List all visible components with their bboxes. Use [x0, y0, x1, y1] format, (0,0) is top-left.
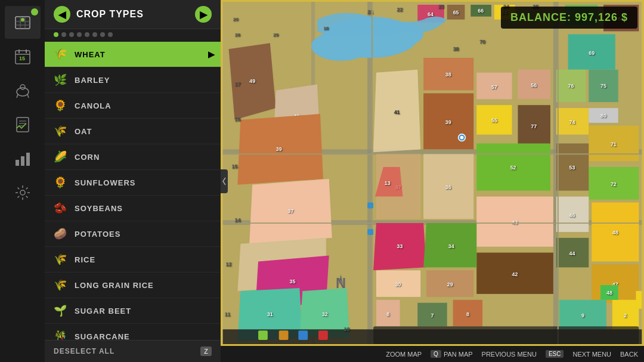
svg-text:17: 17: [234, 81, 240, 87]
svg-point-7: [17, 88, 29, 96]
dot-1: [54, 32, 58, 37]
crop-item-rice[interactable]: 🌾 RICE: [45, 247, 221, 273]
svg-text:8: 8: [466, 311, 469, 317]
back-button[interactable]: BACK: [620, 351, 638, 358]
svg-rect-119: [367, 202, 373, 208]
svg-text:48: 48: [606, 290, 612, 296]
crop-icon-sugar-beet: 🌱: [52, 302, 69, 319]
crop-name-potatoes: POTATOES: [75, 230, 120, 239]
svg-rect-145: [279, 330, 289, 340]
svg-text:71: 71: [611, 141, 617, 147]
sidebar-icon-map[interactable]: [5, 6, 41, 39]
sidebar-icon-contracts[interactable]: [5, 108, 41, 141]
svg-text:22: 22: [397, 7, 403, 13]
zoom-map-button[interactable]: ZOOM MAP: [386, 351, 422, 358]
svg-text:41: 41: [394, 109, 400, 115]
dot-8: [108, 32, 113, 37]
crop-name-long-grain-rice: LONG GRAIN RICE: [75, 281, 154, 290]
map-area[interactable]: 49 48 39 37 36 35 31 32 64 65 66 24: [221, 0, 644, 346]
crop-name-sugar-beet: SUGAR BEET: [75, 307, 131, 315]
crop-name-canola: CANOLA: [75, 101, 112, 110]
svg-text:52: 52: [510, 165, 516, 171]
svg-text:72: 72: [611, 181, 617, 187]
svg-text:49: 49: [249, 78, 255, 84]
svg-text:53: 53: [569, 165, 575, 171]
svg-point-18: [20, 190, 25, 195]
sidebar-icon-livestock[interactable]: [5, 74, 41, 107]
svg-text:38: 38: [453, 46, 459, 52]
crop-icon-sugarcane: 🎋: [52, 328, 69, 340]
svg-text:36: 36: [445, 184, 451, 190]
crop-icon-barley: 🌿: [52, 72, 69, 88]
dot-4: [77, 32, 82, 37]
crop-name-corn: CORN: [75, 153, 100, 162]
sidebar: 15: [0, 0, 45, 362]
crop-item-potatoes[interactable]: 🥔 POTATOES: [45, 221, 221, 247]
sidebar-icon-calendar[interactable]: 15: [5, 40, 41, 73]
svg-text:20: 20: [233, 17, 239, 22]
deselect-key: Z: [200, 346, 212, 356]
svg-text:74: 74: [569, 119, 575, 125]
crop-name-barley: BARLEY: [75, 76, 110, 85]
crop-item-barley[interactable]: 🌿 BARLEY: [45, 67, 221, 93]
crop-item-oat[interactable]: 🌾 OAT: [45, 119, 221, 144]
dot-3: [69, 32, 74, 37]
svg-text:28: 28: [235, 32, 240, 38]
svg-text:77: 77: [531, 123, 537, 129]
next-menu-button[interactable]: NEXT MENU: [572, 351, 611, 358]
balance-label: BALANCE:: [510, 11, 575, 23]
svg-text:39: 39: [276, 146, 282, 152]
svg-line-9: [17, 94, 18, 98]
bottom-toolbar: ZOOM MAP Q PAN MAP PREVIOUS MENU ESC NEX…: [221, 346, 644, 362]
deselect-button[interactable]: DESELECT ALL: [54, 347, 114, 355]
svg-text:13: 13: [385, 180, 391, 186]
svg-rect-15: [16, 160, 19, 166]
esc-key: ESC: [546, 350, 564, 358]
crop-item-wheat[interactable]: 🌾 WHEAT ▶: [45, 42, 221, 67]
svg-text:12: 12: [226, 261, 232, 267]
svg-text:33: 33: [397, 243, 403, 249]
crop-icon-soybeans: 🫘: [52, 200, 69, 216]
crop-name-rice: RICE: [75, 255, 95, 264]
crop-name-soybeans: SOYBEANS: [75, 204, 123, 213]
panel-prev-button[interactable]: ◀: [54, 6, 70, 23]
crop-icon-rice: 🌾: [52, 251, 69, 268]
crop-item-corn[interactable]: 🌽 CORN: [45, 144, 221, 170]
svg-text:32: 32: [322, 311, 328, 317]
svg-text:23: 23: [438, 4, 444, 10]
svg-text:29: 29: [447, 281, 453, 287]
zoom-map-label: ZOOM MAP: [386, 351, 422, 358]
sidebar-icon-settings[interactable]: [5, 176, 41, 209]
svg-rect-17: [26, 153, 30, 166]
svg-text:75: 75: [600, 83, 606, 89]
crop-icon-oat: 🌾: [52, 123, 69, 140]
crop-panel: ◀ CROP TYPES ▶ 🌾 WHEAT ▶ 🌿 BARLEY 🌻 CANO…: [45, 0, 221, 362]
crop-item-sugar-beet[interactable]: 🌱 SUGAR BEET: [45, 298, 221, 324]
crop-name-sugarcane: SUGARCANE: [75, 332, 130, 341]
pan-map-button[interactable]: Q PAN MAP: [431, 350, 472, 358]
panel-collapse-button[interactable]: [221, 169, 228, 193]
crop-item-sunflowers[interactable]: 🌻 SUNFLOWERS: [45, 170, 221, 196]
pan-key: Q: [431, 350, 441, 358]
crop-item-soybeans[interactable]: 🫘 SOYBEANS: [45, 196, 221, 221]
crop-item-sugarcane[interactable]: 🎋 SUGARCANE: [45, 324, 221, 340]
crop-icon-potatoes: 🥔: [52, 225, 69, 242]
svg-text:39: 39: [445, 119, 451, 125]
svg-point-161: [460, 136, 464, 140]
crop-item-canola[interactable]: 🌻 CANOLA: [45, 93, 221, 119]
esc-button[interactable]: ESC: [546, 350, 564, 358]
crop-icon-sunflowers: 🌻: [52, 174, 69, 191]
svg-text:2: 2: [624, 313, 627, 318]
svg-rect-109: [636, 291, 642, 309]
sidebar-icon-stats[interactable]: [5, 142, 41, 175]
previous-menu-button[interactable]: PREVIOUS MENU: [482, 351, 537, 358]
svg-text:18: 18: [323, 26, 329, 31]
svg-text:56: 56: [531, 82, 537, 88]
dot-2: [61, 32, 66, 37]
svg-text:15: 15: [19, 55, 25, 61]
svg-text:11: 11: [225, 311, 231, 317]
svg-rect-11: [17, 117, 29, 132]
panel-next-button[interactable]: ▶: [195, 6, 212, 23]
svg-rect-120: [367, 229, 373, 235]
crop-item-long-grain-rice[interactable]: 🌾 LONG GRAIN RICE: [45, 273, 221, 298]
